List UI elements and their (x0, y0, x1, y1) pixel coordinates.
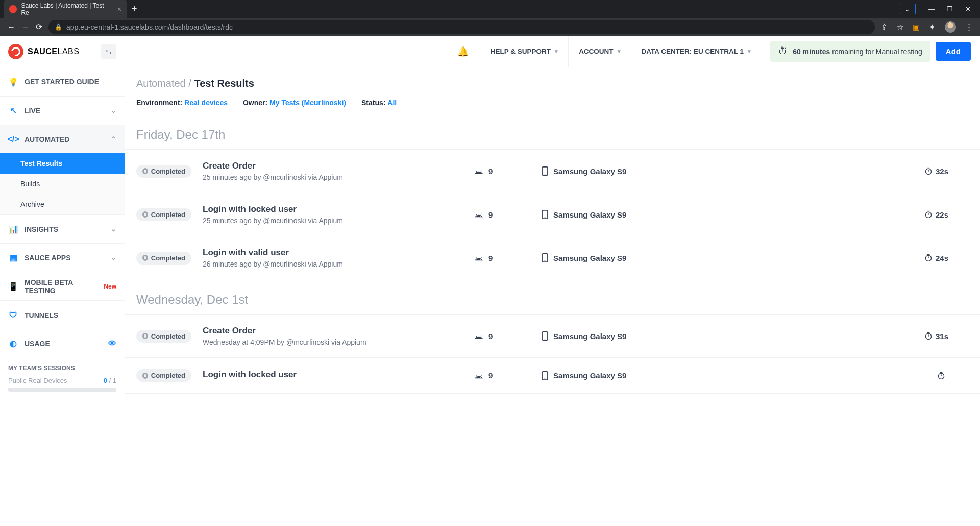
progress-bar (8, 388, 116, 392)
saucelabs-logo-icon (8, 44, 23, 59)
reload-button[interactable]: ⟳ (36, 22, 42, 32)
saucelabs-favicon (9, 5, 17, 13)
close-tab-icon[interactable]: × (117, 5, 121, 13)
chevron-up-icon: ⌃ (111, 135, 116, 143)
browser-tab[interactable]: Sauce Labs | Automated | Test Re × (4, 0, 127, 20)
tab-bar: Sauce Labs | Automated | Test Re × + ⌄ ―… (0, 0, 980, 18)
duration-value: 24s (936, 254, 948, 262)
test-row[interactable]: CompletedCreate OrderWednesday at 4:09PM… (125, 314, 980, 357)
collapse-sidebar-button[interactable]: ⇆ (101, 44, 116, 59)
sidebar: SAUCELABS ⇆ 💡 GET STARTED GUIDE ↖ LIVE ⌄… (0, 36, 125, 526)
android-icon (474, 333, 483, 339)
test-meta: 25 minutes ago by @mcurlinoski via Appiu… (203, 217, 463, 225)
stopwatch-icon (924, 254, 933, 262)
team-session-row: Public Real Devices 0 / 1 (8, 377, 116, 385)
test-name: Login with locked user (203, 204, 463, 214)
minimize-button[interactable]: ― (928, 5, 935, 13)
device-column: Samsung Galaxy S9 (542, 331, 684, 341)
breadcrumb-current: Test Results (194, 78, 254, 89)
close-window-button[interactable]: ✕ (965, 5, 971, 13)
back-button[interactable]: ← (7, 22, 15, 32)
status-dot-icon (142, 211, 148, 218)
duration-column (937, 372, 969, 380)
sidebar-sub-test-results[interactable]: Test Results (0, 153, 125, 174)
new-tab-button[interactable]: + (132, 4, 137, 14)
test-row[interactable]: CompletedLogin with valid user26 minutes… (125, 236, 980, 279)
bookmark-icon[interactable]: ☆ (897, 22, 903, 32)
search-tabs-button[interactable]: ⌄ (899, 4, 916, 14)
lightbulb-icon: 💡 (8, 77, 18, 87)
profile-avatar[interactable] (945, 21, 956, 33)
test-row[interactable]: CompletedLogin with locked user25 minute… (125, 193, 980, 236)
notifications-button[interactable]: 🔔 (446, 46, 480, 57)
os-column: 9 (474, 210, 530, 219)
sidebar-item-sauce-apps[interactable]: ▦ SAUCE APPS ⌄ (0, 243, 125, 272)
sidebar-item-label: SAUCE APPS (24, 254, 71, 262)
test-row[interactable]: CompletedLogin with locked user9Samsung … (125, 357, 980, 394)
logo-row: SAUCELABS ⇆ (0, 36, 125, 67)
test-meta: 25 minutes ago by @mcurlinoski via Appiu… (203, 173, 463, 181)
extension-icon-1[interactable]: ▣ (913, 22, 920, 32)
filter-environment[interactable]: Environment: Real devices (136, 99, 228, 107)
maximize-button[interactable]: ❐ (947, 5, 953, 13)
duration-column: 32s (924, 167, 969, 176)
add-button[interactable]: Add (936, 42, 971, 61)
account-menu[interactable]: ACCOUNT ▾ (568, 36, 631, 67)
tab-title: Sauce Labs | Automated | Test Re (21, 2, 110, 16)
code-icon: </> (8, 135, 18, 144)
test-row[interactable]: CompletedCreate Order25 minutes ago by @… (125, 149, 980, 193)
filter-status[interactable]: Status: All (361, 99, 397, 107)
duration-column: 22s (924, 210, 969, 219)
android-icon (474, 255, 483, 261)
datacenter-menu[interactable]: DATA CENTER: EU CENTRAL 1 ▾ (631, 36, 762, 67)
device-column: Samsung Galaxy S9 (542, 210, 684, 219)
extensions-icon[interactable]: ✦ (929, 22, 936, 32)
url-input[interactable]: 🔒 app.eu-central-1.saucelabs.com/dashboa… (48, 20, 875, 34)
sidebar-item-label: LIVE (24, 107, 40, 115)
test-name: Login with valid user (203, 248, 463, 258)
sidebar-sub-archive[interactable]: Archive (0, 194, 125, 214)
status-dot-icon (142, 255, 148, 261)
browser-actions: ⇪ ☆ ▣ ✦ ⋮ (881, 21, 973, 33)
sidebar-item-live[interactable]: ↖ LIVE ⌄ (0, 96, 125, 125)
duration-value: 32s (936, 167, 948, 176)
status-pill: Completed (136, 165, 191, 178)
share-icon[interactable]: ⇪ (881, 22, 888, 32)
filter-owner[interactable]: Owner: My Tests (Mcurlinoski) (243, 99, 346, 107)
sidebar-item-automated[interactable]: </> AUTOMATED ⌃ (0, 125, 125, 153)
gauge-icon: ◐ (8, 339, 18, 348)
browser-menu-icon[interactable]: ⋮ (965, 22, 973, 32)
os-version: 9 (488, 332, 493, 341)
lock-icon: 🔒 (55, 23, 62, 31)
device-column: Samsung Galaxy S9 (542, 253, 684, 262)
minutes-remaining-pill: ⏱ 60 minutes remaining for Manual testin… (770, 41, 930, 62)
device-column: Samsung Galaxy S9 (542, 371, 684, 380)
test-name: Login with locked user (203, 370, 463, 380)
status-dot-icon (142, 373, 148, 379)
sidebar-item-mobile-beta[interactable]: 📱 MOBILE BETA TESTING New (0, 272, 125, 300)
sidebar-item-label: INSIGHTS (24, 225, 58, 233)
status-label: Completed (151, 254, 185, 262)
android-icon (474, 373, 483, 379)
test-info: Login with locked user25 minutes ago by … (203, 204, 463, 225)
sidebar-item-usage[interactable]: ◐ USAGE 👁 (0, 329, 125, 357)
eye-off-icon[interactable]: 👁 (108, 339, 116, 348)
help-support-menu[interactable]: HELP & SUPPORT ▾ (480, 36, 568, 67)
shield-icon: 🛡 (8, 310, 18, 320)
sidebar-item-tunnels[interactable]: 🛡 TUNNELS (0, 300, 125, 329)
forward-button[interactable]: → (21, 22, 30, 32)
sidebar-item-get-started[interactable]: 💡 GET STARTED GUIDE (0, 67, 125, 96)
sidebar-item-label: MOBILE BETA TESTING (24, 278, 95, 295)
status-label: Completed (151, 211, 185, 219)
topbar: 🔔 HELP & SUPPORT ▾ ACCOUNT ▾ DATA CENTER… (125, 36, 980, 67)
duration-value: 31s (936, 332, 948, 341)
topbar-label: DATA CENTER: EU CENTRAL 1 (642, 47, 744, 55)
sidebar-sub-builds[interactable]: Builds (0, 174, 125, 194)
sidebar-item-insights[interactable]: 📊 INSIGHTS ⌄ (0, 214, 125, 243)
mobile-icon (542, 331, 548, 341)
team-session-count: 0 / 1 (104, 377, 116, 385)
topbar-label: ACCOUNT (579, 47, 614, 55)
status-dot-icon (142, 333, 148, 339)
automated-submenu: Test Results Builds Archive (0, 153, 125, 214)
mobile-icon: 📱 (8, 281, 18, 291)
